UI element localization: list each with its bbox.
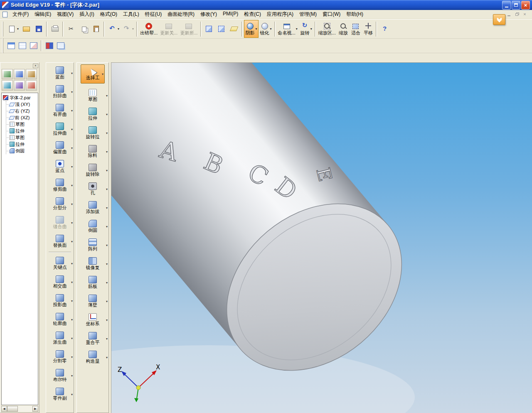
dropdown-arrow-icon[interactable]: ▾ [71,239,73,243]
part-copy-button[interactable]: 零件副 ▾ [46,385,74,403]
new-document-button[interactable]: ▾ [5,20,20,38]
dropdown-arrow-icon[interactable]: ▾ [106,318,108,322]
edgebar-tool-3-button[interactable] [26,69,37,79]
toolbar-button[interactable]: ▾ [241,22,243,37]
dropdown-arrow-icon[interactable]: ▾ [132,27,134,31]
dropdown-arrow-icon[interactable]: ▾ [71,280,73,284]
paste-button[interactable]: ▾ [90,20,102,38]
boolean-feature-button[interactable]: 布尔特 ▾ [46,366,74,385]
split-part-button[interactable]: 分割零 ▾ [46,347,74,366]
dropdown-arrow-icon[interactable]: ▾ [71,317,73,321]
dropdown-arrow-icon[interactable]: ▾ [71,90,73,93]
tree-root[interactable]: 字体-2.par [3,94,38,101]
shaded-button[interactable]: 阴影 ▾ [244,20,259,38]
doc-close-button[interactable]: × [522,12,528,17]
toolbar-button[interactable]: ▾ [200,22,202,37]
toolbar-button[interactable]: ▾ [376,22,377,37]
cut-button[interactable]: ▾ [65,20,77,38]
display-tool-2-button[interactable] [55,40,66,52]
dropdown-arrow-icon[interactable]: ▾ [106,150,108,153]
scroll-left-button[interactable]: ◀ [1,406,7,412]
dropdown-arrow-icon[interactable]: ▾ [256,27,257,31]
dropdown-arrow-icon[interactable]: ▾ [118,27,119,31]
round-button[interactable]: 倒圆 ▾ [77,217,108,236]
dropdown-arrow-icon[interactable]: ▾ [71,183,73,187]
window-tool-1-button[interactable] [5,40,17,52]
zoom-button[interactable]: 缩放 ▾ [337,20,350,38]
dropdown-arrow-icon[interactable]: ▾ [106,112,108,116]
dropdown-arrow-icon[interactable]: ▾ [71,221,73,224]
sharpen-button[interactable]: 锐化 ▾ [259,20,273,38]
dropdown-arrow-icon[interactable]: ▾ [71,336,73,340]
menu-file[interactable]: 文件(F) [10,10,32,19]
stitched-surface-button[interactable]: 缝合曲 ▾ [46,213,74,232]
select-tool-button[interactable]: 选择工 ▾ [81,64,105,84]
undo-button[interactable]: ▾ [106,20,121,38]
zoom-area-button[interactable]: 缩放区... ▾ [317,20,337,38]
tree-item-sketch-2[interactable]: 草图 [7,134,38,141]
menu-help[interactable]: 帮助(H) [343,10,366,19]
update-all-button[interactable]: 更新所... ▾ [179,20,199,38]
project-curve-button[interactable]: 投影曲 ▾ [46,291,74,310]
edgebar-tool-5-button[interactable] [14,80,25,91]
cutout-button[interactable]: 除料 ▾ [77,142,108,161]
offset-surface-button[interactable]: 偏置曲 ▾ [46,138,74,157]
dropdown-arrow-icon[interactable]: ▾ [17,27,19,31]
document-system-icon[interactable] [2,12,7,17]
surfacing-tool-button[interactable]: ▾ [46,251,74,254]
sketch-view-button[interactable]: ▾ [228,20,240,38]
derived-curve-button[interactable]: 派生曲 ▾ [46,329,74,347]
extrude-button[interactable]: 拉伸 ▾ [77,105,108,123]
rib-button[interactable]: 筋板 ▾ [77,273,108,292]
dropdown-arrow-icon[interactable]: ▾ [270,27,272,31]
view-cube-wire-button[interactable]: ▾ [215,20,228,38]
doc-restore-button[interactable] [514,12,520,17]
toolbar-grip[interactable] [2,22,3,37]
dropdown-arrow-icon[interactable]: ▾ [106,131,108,135]
dropdown-arrow-icon[interactable]: ▾ [106,280,108,284]
pattern-button[interactable]: 阵列 ▾ [77,236,108,254]
scrollbar-track[interactable] [7,406,32,412]
dropdown-arrow-icon[interactable]: ▾ [71,392,73,396]
titlebar[interactable]: Solid Edge V19 - 零件 - [字体-2.par] × [0,0,532,10]
dropdown-arrow-icon[interactable]: ▾ [106,262,108,266]
revolved-cutout-button[interactable]: 旋转除 ▾ [77,161,108,179]
dropdown-arrow-icon[interactable]: ▾ [71,127,73,131]
print-button[interactable]: ▾ [49,20,61,38]
dropdown-arrow-icon[interactable]: ▾ [106,299,108,303]
dropdown-arrow-icon[interactable]: ▾ [296,27,298,31]
open-button[interactable]: ▾ [20,20,32,38]
thin-wall-button[interactable]: 薄壁 ▾ [77,292,108,310]
copy-button[interactable]: ▾ [77,20,90,38]
display-tool-1-button[interactable] [44,40,55,52]
coincident-plane-button[interactable]: 重合平 ▾ [77,329,108,348]
menu-format[interactable]: 格式(O) [97,10,120,19]
menu-applications[interactable]: 应用程序(A) [264,10,296,19]
scroll-right-button[interactable]: ▶ [32,406,38,412]
toolbar-button[interactable] [41,40,42,51]
dropdown-arrow-icon[interactable]: ▾ [71,108,73,112]
menu-tools[interactable]: 工具(L) [120,10,142,19]
extruded-surface-button[interactable]: 拉伸曲 ▾ [46,120,74,138]
bluesurf-button[interactable]: 蓝面 ▾ [46,64,74,82]
edgebar-tool-4-button[interactable] [2,80,13,91]
parting-split-button[interactable]: 分型分 ▾ [46,194,74,213]
menu-modify[interactable]: 修改(Y) [197,10,220,19]
fit-button[interactable]: 适合 ▾ [350,20,362,38]
toolbar-button[interactable]: ▾ [62,22,64,37]
menu-window[interactable]: 窗口(W) [320,10,343,19]
dropdown-arrow-icon[interactable]: ▾ [71,299,73,302]
swept-surface-button[interactable]: 扫掠曲 ▾ [46,82,74,101]
dropdown-arrow-icon[interactable]: ▾ [71,374,73,377]
menu-pmi[interactable]: PMI(P) [220,10,241,19]
edgebar-scrollbar[interactable]: ◀ ▶ [1,406,38,412]
dropdown-arrow-icon[interactable]: ▾ [106,206,108,209]
toolbar-grip[interactable] [2,38,3,53]
help-pointer-button[interactable]: ▾ [378,20,391,38]
tree-item-round[interactable]: 倒圆 [7,148,38,154]
menu-view[interactable]: 视图(V) [54,10,76,19]
view-cube-button[interactable]: ▾ [203,20,215,38]
coordinate-system-button[interactable]: 坐标系 ▾ [77,310,108,329]
edgebar-close-icon[interactable]: × [33,64,38,68]
edgebar-tool-2-button[interactable] [14,69,25,79]
